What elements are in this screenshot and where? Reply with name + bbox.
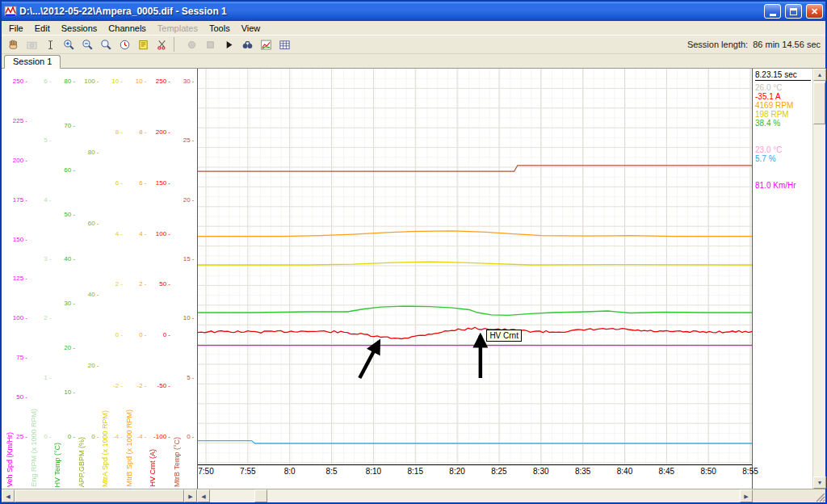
- menu-item-edit[interactable]: Edit: [29, 23, 56, 34]
- tooltip-label: HV Crnt: [489, 331, 518, 340]
- axis-tick: 10: [111, 78, 123, 85]
- axes-scrollbar[interactable]: ◀ ▶: [2, 489, 197, 502]
- axis-col-1: 6543210Eng RPM (x 1000 RPM): [29, 69, 52, 489]
- play-button[interactable]: [220, 36, 237, 52]
- chart-scroll-right-button[interactable]: ▶: [740, 489, 753, 502]
- x-tick-label: 8:5: [326, 467, 338, 476]
- minimize-icon: [770, 14, 776, 16]
- axis-tick: 2: [44, 315, 51, 321]
- minimize-button[interactable]: [764, 4, 781, 19]
- record-button: [183, 36, 200, 52]
- tab-session-1[interactable]: Session 1: [4, 55, 61, 69]
- chart-scroll-left-button[interactable]: ◀: [197, 489, 210, 502]
- axis-tick: 20: [64, 345, 75, 351]
- axis-tick: 5: [187, 375, 194, 381]
- axis-title: MtrB Spd (x 1000 RPM): [125, 410, 133, 487]
- axes-scroll-thumb[interactable]: [15, 489, 184, 502]
- close-button[interactable]: ✕: [806, 4, 823, 19]
- vertical-scrollbar[interactable]: ▲ ▼: [812, 69, 825, 489]
- zoom-out-button[interactable]: [78, 36, 96, 52]
- axis-tick: 30: [183, 78, 195, 85]
- axis-tick: 100: [156, 231, 170, 237]
- maximize-icon: [790, 8, 797, 15]
- stop-button: [201, 36, 219, 52]
- axis-tick: 0: [68, 434, 75, 440]
- x-axis-labels: 7:507:558:08:58:108:158:208:258:308:358:…: [198, 465, 752, 478]
- record-icon: [186, 39, 198, 51]
- axis-tick: 5: [44, 137, 51, 144]
- axis-title: HV Crnt (A): [149, 449, 157, 487]
- axis-tick: 0: [91, 434, 99, 440]
- chart-scroll-track[interactable]: [210, 489, 740, 502]
- readout-value-5: 23.0 °C: [755, 145, 812, 154]
- axes-scroll-left-button[interactable]: ◀: [2, 489, 15, 502]
- axis-tick: 6: [44, 78, 51, 85]
- axis-tick: 250: [156, 78, 170, 85]
- text-cursor-button[interactable]: [41, 36, 59, 52]
- table-button[interactable]: [275, 36, 293, 52]
- menu-item-view[interactable]: View: [236, 23, 267, 34]
- tab-label: Session 1: [13, 57, 52, 66]
- menu-item-sessions[interactable]: Sessions: [56, 23, 103, 34]
- readout-panel: 8.23.15 sec 26.0 °C-35.1 A4169 RPM198 RP…: [753, 69, 812, 489]
- axis-tick: 3: [44, 256, 51, 262]
- resize-grip[interactable]: [815, 492, 825, 502]
- scroll-down-button[interactable]: ▼: [813, 477, 826, 489]
- x-tick-label: 8:50: [700, 467, 716, 476]
- tab-bar: Session 1: [2, 54, 825, 69]
- readout-values: 26.0 °C-35.1 A4169 RPM198 RPM38.4 %23.0 …: [755, 83, 812, 190]
- axis-tick: 2: [115, 281, 123, 288]
- find-button[interactable]: [238, 36, 256, 52]
- maximize-button[interactable]: [785, 4, 802, 19]
- scroll-up-button[interactable]: ▲: [813, 69, 826, 81]
- menu-bar: FileEditSessionsChannelsTemplatesToolsVi…: [2, 21, 825, 36]
- toolbar-icons: [4, 36, 293, 52]
- cut-button[interactable]: [153, 36, 170, 52]
- zoom-window-button[interactable]: [97, 36, 115, 52]
- axis-col-7: 302520151050MtrB Temp (°C): [172, 69, 195, 489]
- window-title: D:\...\2012-05-22\Ampera_0005.dif - Sess…: [19, 6, 760, 17]
- menu-item-file[interactable]: File: [3, 23, 29, 34]
- graph-button[interactable]: [257, 36, 275, 52]
- axis-col-0: 250225200175150125100755025Veh Spd (Km/H…: [5, 69, 28, 489]
- snapshot-icon: [26, 39, 38, 51]
- vertical-scroll-track[interactable]: [813, 81, 825, 477]
- menu-item-tools[interactable]: Tools: [204, 23, 236, 34]
- axis-tick: 10: [64, 389, 75, 396]
- axis-tick: 25: [16, 434, 27, 440]
- axis-title: MtrA Spd (x 1000 RPM): [101, 410, 109, 487]
- axis-col-3: 100806040200APP,GBPM (%): [77, 69, 100, 489]
- axis-title: MtrB Temp (°C): [173, 437, 181, 487]
- readout-time: 8.23.15 sec: [755, 70, 811, 81]
- pan-hand-button[interactable]: [4, 36, 22, 52]
- bookmark-button[interactable]: [134, 36, 152, 52]
- zoom-in-button[interactable]: [60, 36, 78, 52]
- chart-scrollbar[interactable]: ◀ ▶: [197, 489, 753, 502]
- text-cursor-icon: [44, 39, 57, 51]
- axis-tick: 0: [44, 434, 51, 440]
- axis-tick: 10: [136, 78, 147, 85]
- axis-tick: 125: [13, 275, 27, 282]
- axes-scroll-track[interactable]: [15, 489, 184, 502]
- trace-tooltip: HV Crnt: [486, 330, 522, 342]
- x-tick-label: 8:0: [284, 467, 296, 476]
- time-range-button[interactable]: [115, 36, 133, 52]
- menu-item-channels[interactable]: Channels: [103, 23, 151, 34]
- axis-tick: 50: [159, 281, 170, 288]
- axis-tick: 80: [64, 78, 75, 85]
- axis-tick: 60: [64, 167, 75, 174]
- plot-svg[interactable]: [198, 69, 752, 465]
- axis-tick: 200: [13, 158, 27, 164]
- axis-tick: 75: [16, 355, 27, 361]
- right-arrow-icon: ▶: [188, 494, 192, 499]
- vertical-scroll-thumb[interactable]: [813, 82, 825, 124]
- axes-scroll-right-button[interactable]: ▶: [184, 489, 197, 502]
- menu-item-templates: Templates: [152, 23, 204, 34]
- axis-tick: -2: [113, 383, 123, 389]
- app-icon: [4, 5, 17, 18]
- axis-tick: 20: [88, 363, 99, 369]
- axis-tick: 50: [16, 394, 27, 401]
- chart-scroll-thumb[interactable]: [254, 489, 267, 502]
- x-tick-label: 8:35: [575, 467, 590, 476]
- axis-tick: 0: [187, 434, 194, 440]
